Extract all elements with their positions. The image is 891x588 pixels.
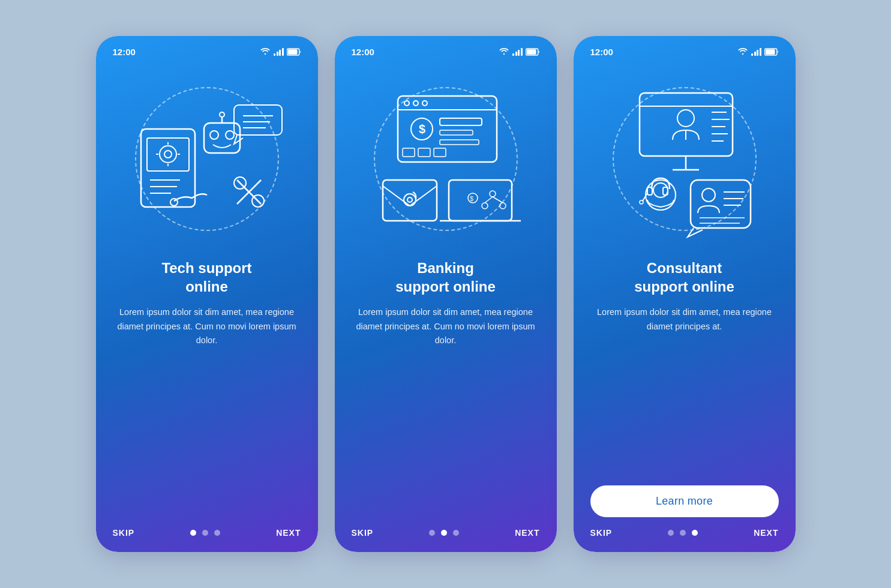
bottom-nav-3: SKIP NEXT	[590, 523, 779, 538]
next-btn-3[interactable]: NEXT	[754, 528, 778, 538]
skip-btn-3[interactable]: SKIP	[590, 528, 613, 538]
status-icons-3	[737, 47, 779, 57]
next-btn-1[interactable]: NEXT	[276, 528, 301, 538]
svg-rect-55	[765, 49, 775, 54]
dot-1-2	[202, 530, 208, 536]
skip-btn-2[interactable]: SKIP	[352, 528, 374, 538]
desc-2: Lorem ipsum dolor sit dim amet, mea regi…	[352, 305, 540, 414]
consultant-illustration	[595, 69, 775, 249]
title-3: Consultant support online	[634, 259, 734, 296]
dot-2-3	[453, 530, 459, 536]
dots-2	[429, 530, 459, 536]
dot-3-2	[680, 530, 686, 536]
phone-screen-banking: 12:00	[335, 36, 557, 552]
desc-3: Lorem ipsum dolor sit dim amet, mea regi…	[590, 305, 779, 476]
status-icons-1	[260, 47, 301, 57]
phone-screen-consultant: 12:00	[574, 36, 796, 552]
signal-icon-2	[512, 48, 523, 56]
tech-illustration	[117, 69, 297, 249]
next-btn-2[interactable]: NEXT	[515, 528, 539, 538]
wifi-icon-1	[260, 47, 271, 57]
time-2: 12:00	[352, 47, 374, 57]
signal-icon-1	[274, 48, 284, 56]
svg-rect-28	[526, 49, 536, 54]
battery-icon-3	[764, 48, 779, 56]
banking-illustration: $	[356, 69, 536, 249]
learn-more-button[interactable]: Learn more	[590, 485, 779, 517]
status-bar-2: 12:00	[352, 47, 540, 57]
dot-3-3	[692, 530, 698, 536]
dashed-circle-3	[613, 87, 757, 231]
title-2: Banking support online	[395, 259, 496, 296]
dot-2-2	[441, 530, 447, 536]
wifi-icon-3	[737, 47, 748, 57]
title-1: Tech support online	[161, 259, 251, 296]
battery-icon-1	[287, 48, 301, 56]
wifi-icon-2	[499, 47, 509, 57]
dots-3	[668, 530, 698, 536]
status-bar-1: 12:00	[113, 47, 301, 57]
time-3: 12:00	[590, 47, 613, 57]
bottom-nav-2: SKIP NEXT	[352, 523, 540, 538]
svg-rect-1	[287, 49, 297, 54]
dot-1-3	[214, 530, 220, 536]
dot-1-1	[190, 530, 196, 536]
battery-icon-2	[526, 48, 540, 56]
dot-2-1	[429, 530, 435, 536]
status-bar-3: 12:00	[590, 47, 779, 57]
signal-icon-3	[751, 48, 761, 56]
screens-container: 12:00	[96, 36, 796, 552]
phone-screen-tech: 12:00	[96, 36, 318, 552]
dashed-circle-1	[135, 87, 279, 231]
dashed-circle-2	[374, 87, 518, 231]
dots-1	[190, 530, 220, 536]
time-1: 12:00	[113, 47, 136, 57]
dot-3-1	[668, 530, 674, 536]
status-icons-2	[499, 47, 540, 57]
bottom-nav-1: SKIP NEXT	[113, 523, 301, 538]
desc-1: Lorem ipsum dolor sit dim amet, mea regi…	[113, 305, 301, 414]
skip-btn-1[interactable]: SKIP	[113, 528, 135, 538]
